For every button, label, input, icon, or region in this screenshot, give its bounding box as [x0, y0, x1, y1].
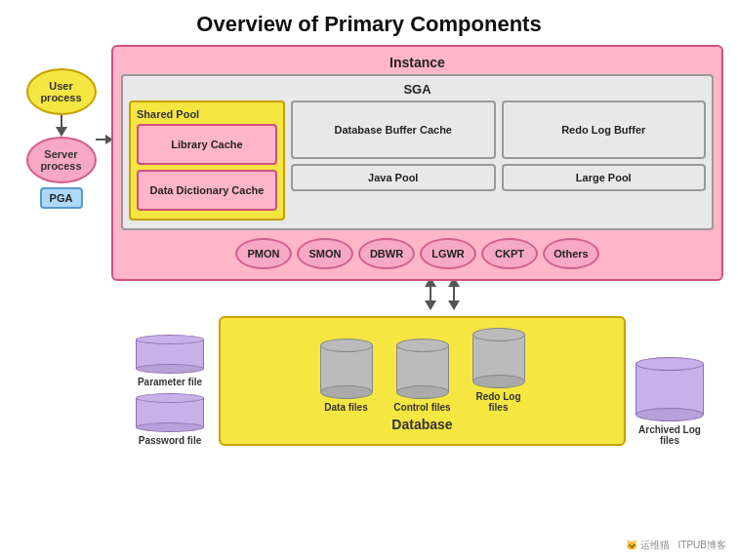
- user-to-server-connector: [56, 115, 67, 137]
- left-files: Parameter file Password file: [131, 335, 209, 446]
- ckpt-ellipse: CKPT: [481, 238, 538, 269]
- processes-row: PMON SMON DBWR LGWR CKPT Others: [121, 238, 714, 269]
- parameter-file-cylinder: Parameter file: [131, 335, 209, 387]
- shared-pool-box: Shared Pool Library Cache Data Dictionar…: [129, 100, 285, 220]
- data-files-label: Data files: [324, 402, 367, 413]
- sga-right: Database Buffer Cache Redo Log Buffer Ja…: [291, 100, 706, 220]
- instance-label: Instance: [121, 55, 714, 70]
- others-ellipse: Others: [543, 238, 599, 269]
- instance-to-db-arrows: [160, 281, 723, 306]
- password-file-cylinder: Password file: [131, 393, 209, 446]
- parameter-file-label: Parameter file: [138, 377, 202, 387]
- java-pool-box: Java Pool: [291, 164, 496, 191]
- lgwr-ellipse: LGWR: [420, 238, 476, 269]
- watermark: 🐱 运维猫 ITPUB博客: [626, 539, 726, 552]
- database-buffer-cache-box: Database Buffer Cache: [291, 100, 496, 159]
- page-title: Overview of Primary Components: [0, 0, 738, 45]
- database-label: Database: [230, 417, 614, 432]
- right-files: Archived Log files: [636, 357, 704, 446]
- sga-box: SGA Shared Pool Library Cache Data Dicti…: [121, 74, 714, 230]
- data-files-cylinder: Data files: [315, 339, 378, 413]
- data-dictionary-cache-box: Data Dictionary Cache: [137, 170, 277, 211]
- database-box: Data files Control files Redo Log files: [219, 316, 626, 446]
- server-process: Server process: [26, 137, 97, 183]
- pmon-ellipse: PMON: [235, 238, 292, 269]
- redo-log-buffer-box: Redo Log Buffer: [502, 100, 707, 159]
- redo-log-files-label: Redo Log files: [468, 391, 530, 413]
- pga-label: PGA: [40, 187, 83, 209]
- archived-log-files-label: Archived Log files: [636, 424, 704, 446]
- control-files-label: Control files: [393, 402, 450, 413]
- redo-log-files-cylinder: Redo Log files: [468, 328, 530, 413]
- shared-pool-label: Shared Pool: [137, 108, 277, 120]
- dbwr-ellipse: DBWR: [358, 238, 415, 269]
- bottom-section: Parameter file Password file Data fil: [111, 310, 723, 446]
- library-cache-box: Library Cache: [137, 124, 277, 165]
- left-panel: User process Server process PGA: [15, 68, 107, 446]
- instance-box: Instance SGA Shared Pool Library Cache D…: [111, 45, 723, 281]
- control-files-cylinder: Control files: [391, 339, 454, 413]
- instance-panel: Instance SGA Shared Pool Library Cache D…: [111, 45, 723, 446]
- sga-label: SGA: [129, 82, 706, 97]
- password-file-label: Password file: [139, 435, 201, 446]
- user-process: User process: [26, 68, 97, 115]
- db-files-row: Data files Control files Redo Log files: [230, 328, 614, 413]
- smon-ellipse: SMON: [297, 238, 353, 269]
- large-pool-box: Large Pool: [502, 164, 707, 191]
